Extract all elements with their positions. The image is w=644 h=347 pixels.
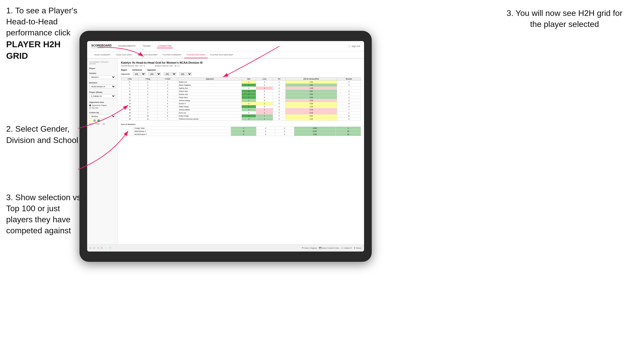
table-cell: 1.33 <box>285 118 337 121</box>
table-cell: 0 <box>256 105 273 108</box>
filter-selects: Opponents: (All) (All) (All) (All) <box>121 72 361 76</box>
radio-opponents-played[interactable]: Opponents Played <box>89 104 116 106</box>
th-win: Win <box>242 78 256 81</box>
ood-cell <box>121 130 134 133</box>
table-cell: 3.33 <box>285 96 337 99</box>
opponent-filter-select[interactable]: (All) <box>179 72 192 76</box>
content-panel: Katelyn Vo Head-to-Head Grid for Women's… <box>118 59 364 244</box>
table-cell: 1 <box>256 114 273 118</box>
table-cell: 6 <box>121 87 138 90</box>
legend-level: Level <box>96 123 100 125</box>
radio-top100[interactable]: Top 100 <box>89 107 116 109</box>
watch-btn[interactable]: 👀 Watch ▾ <box>341 247 351 249</box>
colour-labels: Down Level Up <box>89 123 116 125</box>
table-cell: 1 <box>273 81 286 84</box>
nav-logo: SCOREBOARD Powered by clippd <box>91 44 112 49</box>
more-btn[interactable]: ⋯ <box>105 247 107 249</box>
undo2-btn[interactable]: ↩ <box>94 247 95 249</box>
player-rank-select[interactable]: 8. Katelyn Vo <box>89 94 116 98</box>
table-cell: 7 <box>138 102 157 105</box>
table-cell: 2 <box>242 93 256 96</box>
table-row: 522Alexis Sudjianto1004.003 <box>121 84 361 87</box>
ood-cell: 0 <box>275 130 294 133</box>
table-cell: 1 <box>242 108 256 111</box>
table-cell: 1 <box>157 108 178 111</box>
gender-label: Gender <box>89 72 116 74</box>
ood-table-row: NCAA Division 25007.40010 <box>121 133 361 136</box>
table-cell: 0 <box>273 105 286 108</box>
panel-title: Katelyn Vo Head-to-Head Grid for Women's… <box>121 61 361 64</box>
table-cell: Stella Cheng <box>178 105 242 108</box>
table-cell: 2 <box>256 102 273 105</box>
copy-btn[interactable]: ⎘ <box>101 247 103 249</box>
gender-select[interactable]: Women's <box>89 75 116 79</box>
undo-btn[interactable]: ↩ <box>90 247 92 249</box>
table-cell: 1 <box>256 118 273 121</box>
table-cell: 0 <box>273 102 286 105</box>
subnav-team-summary[interactable]: TEAM SUMMARY <box>91 52 113 58</box>
table-cell: 3 <box>157 87 178 90</box>
table-cell: Jessica Huang <box>178 99 242 102</box>
panel-subtitle: Overall Record: 353 - 34 - 6 Division Re… <box>121 65 361 67</box>
table-cell: Alexis Sudjianto <box>178 84 242 87</box>
table-cell: 2 <box>138 84 157 87</box>
colour-by-select[interactable]: Win/loss <box>89 114 116 118</box>
th-opponent: Opponent <box>178 78 242 81</box>
table-row: 1822Euna Lee010-5.002 <box>121 111 361 114</box>
share-btn[interactable]: ⬆ Share <box>354 247 361 249</box>
subnav-team-h2h-grid[interactable]: TEAM H2H GRID <box>113 52 134 58</box>
nav-teams[interactable]: TEAMS <box>142 44 152 48</box>
table-cell: 0 <box>273 99 286 102</box>
table-cell: 6 <box>157 114 178 118</box>
table-cell: 4 <box>337 81 361 84</box>
subnav-player-h2h-heatmap[interactable]: PLAYER H2H HEATMAP <box>208 52 236 58</box>
th-tie: Tie <box>273 78 286 81</box>
table-cell: 13 <box>121 99 138 102</box>
sub-nav: TEAM SUMMARY TEAM H2H GRID TEAM H2H HEAT… <box>87 51 364 59</box>
table-cell: 19 <box>121 114 138 118</box>
dot-level <box>93 119 96 122</box>
region-select[interactable]: (All) <box>148 72 161 76</box>
redo-btn[interactable]: ↪ <box>97 247 99 249</box>
table-row: 20117Federica Domecq Lacroze2101.336 <box>121 118 361 121</box>
subnav-player-summary[interactable]: PLAYER SUMMARY <box>160 52 184 58</box>
opponent-view-label: Opponent view <box>89 101 116 103</box>
nav-tournaments[interactable]: TOURNAMENTS <box>117 44 136 48</box>
toolbar: ↩ ↩ ↪ ⎘ ⋯ 🕐 👁 View: Original 💾 Save Cust… <box>87 244 364 252</box>
sign-out-link[interactable]: Sign out <box>351 45 360 47</box>
opponents-select[interactable]: (All) <box>133 72 146 76</box>
clock-btn[interactable]: 🕐 <box>109 247 111 249</box>
ood-table-row: NAIA Division 115009.26730 <box>121 130 361 133</box>
filter-bar: Region Conference Opponent <box>121 69 361 71</box>
table-cell: 5 <box>157 105 178 108</box>
table-cell: 3.67 <box>285 90 337 93</box>
nav-committee[interactable]: COMMITTEE <box>157 44 173 48</box>
division-select[interactable]: NCAA Division III <box>89 85 116 89</box>
table-cell: 2 <box>256 108 273 111</box>
save-custom-btn[interactable]: 💾 Save Custom View <box>319 247 339 249</box>
nav-items: TOURNAMENTS TEAMS COMMITTEE <box>117 44 344 48</box>
main-content: Last Updated: 27/03/2024 16:55:38 Player… <box>87 59 364 244</box>
table-cell: -0.94 <box>285 108 337 111</box>
out-of-division-header: Out of division <box>121 123 361 126</box>
subnav-player-h2h-grid[interactable]: PLAYER H2H GRID <box>184 52 208 58</box>
filter-conference: Conference <box>132 69 142 71</box>
table-cell: 4.00 <box>285 93 337 96</box>
table-cell: Euna Lee <box>178 111 242 114</box>
colour-by-section: Colour by Win/loss Down Level Up <box>89 111 116 125</box>
subnav-team-h2h-heatmap[interactable]: TEAM H2H HEATMAP <box>134 52 160 58</box>
table-cell: 1 <box>256 111 273 114</box>
table-cell: 0 <box>256 84 273 87</box>
ood-cell: 0 <box>275 133 294 136</box>
step3-left-block: 3. Show selection vs Top 100 or just pla… <box>6 192 81 236</box>
view-original-btn[interactable]: 👁 View: Original <box>302 247 317 249</box>
table-cell: 9 <box>337 102 361 105</box>
table-cell: 3 <box>138 108 157 111</box>
overall-record: Overall Record: 353 - 34 - 6 <box>121 65 145 67</box>
step3-right-text: 3. You will now see H2H grid for the pla… <box>507 8 622 29</box>
conference-filter-select[interactable]: (All) <box>164 72 176 76</box>
table-cell: 2 <box>242 102 256 105</box>
filter-conference-label: Conference <box>132 69 142 71</box>
table-cell: 14 <box>121 102 138 105</box>
table-cell: 0 <box>273 84 286 87</box>
